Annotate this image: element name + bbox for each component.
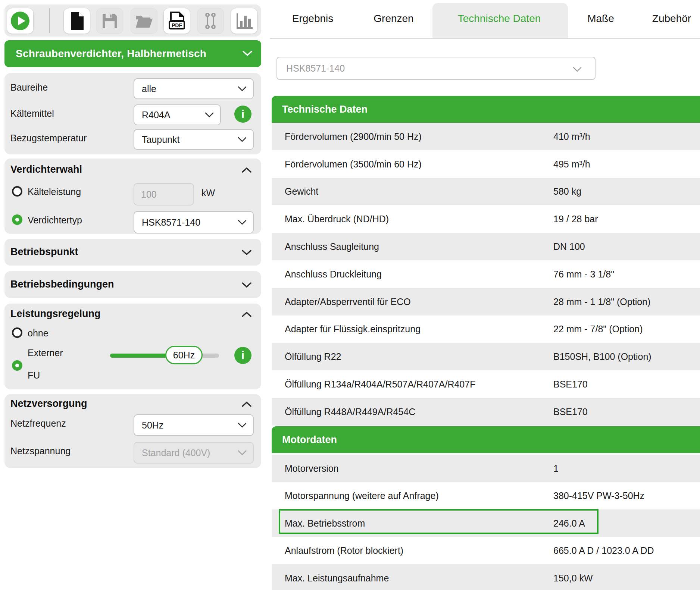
toolbar-separator [49,8,50,33]
netzfrequenz-select[interactable]: 50Hz [134,414,254,436]
table-row: Ölfüllung R134a/R404A/R507A/R407A/R407FB… [272,370,700,398]
chevron-down-icon [237,86,247,92]
kaelteleistung-radio[interactable] [12,186,22,197]
verdichtertyp-radio[interactable] [12,214,22,225]
table-row: Anlaufstrom (Rotor blockiert)665.0 A D /… [272,537,700,565]
ohne-radio[interactable] [12,327,22,338]
table-row: Motorversion1 [272,455,700,482]
highlight-box [279,509,599,534]
verdichtertyp-label: Verdichtertyp [28,215,82,226]
sidebar: PDF [4,0,261,590]
content-area: Ergebnis Grenzen Technische Daten Maße Z… [272,0,700,590]
netzspannung-label: Netzspannung [10,446,71,456]
table-row: Fördervolumen (2900/min 50 Hz)410 m³/h [272,123,700,150]
chevron-down-icon [237,422,247,428]
chevron-up-icon[interactable] [241,167,252,173]
betriebsbedingungen-panel[interactable]: Betriebsbedingungen [4,271,261,298]
chevron-down-icon [572,66,582,72]
chevron-down-icon [242,50,253,57]
netzfrequenz-label: Netzfrequenz [10,418,66,429]
betriebsbedingungen-title: Betriebsbedingungen [10,279,114,290]
filter-panel: Baureihe alle Kältemittel R404A i Bezugs… [4,73,261,154]
table-row: Max. Leistungsaufnahme150,0 kW [272,564,700,590]
play-icon [10,11,30,31]
technische-daten-table: Fördervolumen (2900/min 50 Hz)410 m³/h F… [272,123,700,426]
slider-thumb[interactable]: 60Hz [165,346,203,364]
baureihe-select[interactable]: alle [134,78,254,99]
leistungsregelung-panel: Leistungsregelung ohne Externer FU 60Hz … [4,304,261,389]
table-row: Adapter für Flüssigk.einspritzung22 mm -… [272,316,700,343]
tab-masse[interactable]: Maße [587,13,614,25]
slider-track-filled [110,354,171,358]
new-document-button[interactable] [63,8,90,34]
kaeltemittel-select[interactable]: R404A [134,104,221,125]
leistungsregelung-title: Leistungsregelung [10,308,101,320]
netzversorgung-panel: Netzversorgung Netzfrequenz 50Hz Netzspa… [4,394,261,468]
new-document-icon [69,12,84,30]
verdichterwahl-panel: Verdichterwahl Kälteleistung 100 kW Verd… [4,159,261,234]
chevron-down-icon [237,136,247,142]
table-row: Ölfüllung R22B150SH, B100 (Option) [272,343,700,370]
open-folder-icon [135,13,153,28]
calculate-button[interactable] [7,8,34,34]
table-row: Ölfüllung R448A/R449A/R454CBSE170 [272,398,700,426]
chart-button[interactable] [231,8,257,34]
pdf-export-icon: PDF [169,12,185,30]
chevron-down-icon [204,112,214,118]
chevron-down-icon[interactable] [241,249,252,256]
fu-info-icon[interactable]: i [234,347,251,364]
betriebspunkt-title: Betriebspunkt [10,246,78,258]
frequency-slider[interactable]: 60Hz [110,345,222,366]
table-row: Motorspannung (weitere auf Anfrage)380-4… [272,482,700,510]
table-row: Anschluss Druckleitung76 mm - 3 1/8" [272,260,700,288]
verdichterwahl-title: Verdichterwahl [10,164,82,175]
kaelteleistung-label: Kälteleistung [28,186,81,197]
save-icon [102,13,118,29]
compare-icon [203,12,218,29]
externer-fu-label-line1: Externer [28,348,63,358]
chevron-down-icon [237,450,247,456]
toolbar: PDF [4,4,261,37]
bar-chart-icon [235,13,253,29]
table-row: Gewicht580 kg [272,178,700,205]
betriebspunkt-panel[interactable]: Betriebspunkt [4,239,261,266]
table-row: Anschluss SaugleitungDN 100 [272,233,700,260]
pdf-export-button[interactable]: PDF [163,8,190,34]
compressor-family-dropdown[interactable]: Schraubenverdichter, Halbhermetisch [4,40,261,67]
open-button[interactable] [131,8,157,34]
chevron-up-icon[interactable] [241,401,252,408]
externer-fu-radio[interactable] [12,360,22,371]
bezugstemperatur-label: Bezugstemperatur [10,133,87,144]
tab-ergebnis[interactable]: Ergebnis [292,13,334,25]
kaeltemittel-label: Kältemittel [10,108,54,119]
kaelteleistung-unit: kW [201,188,215,198]
section-header-technische-daten: Technische Daten [272,96,700,123]
compressor-family-label: Schraubenverdichter, Halbhermetisch [16,48,206,60]
netzversorgung-title: Netzversorgung [10,398,87,409]
baureihe-label: Baureihe [10,82,48,93]
compare-button[interactable] [197,8,224,34]
tab-technische-daten[interactable]: Technische Daten [458,13,541,25]
verdichtertyp-select[interactable]: HSK8571-140 [134,211,254,233]
tab-grenzen[interactable]: Grenzen [374,13,413,25]
refrigerant-info-icon[interactable]: i [234,106,251,123]
svg-text:PDF: PDF [172,22,182,28]
slider-value: 60Hz [173,350,195,361]
chevron-up-icon[interactable] [241,311,252,318]
externer-fu-label-line2: FU [28,370,40,381]
netzspannung-select[interactable]: Standard (400V) [134,442,254,464]
app-window: PDF [0,0,700,590]
table-row: Max. Überdruck (ND/HD)19 / 28 bar [272,205,700,233]
tab-underline [270,38,700,39]
ohne-label: ohne [28,328,49,339]
section-header-motordaten: Motordaten [272,426,700,453]
table-row: Adapter/Absperrventil für ECO28 mm - 1 1… [272,288,700,316]
model-select[interactable]: HSK8571-140 [276,57,596,80]
bezugstemperatur-select[interactable]: Taupunkt [134,129,254,150]
kaelteleistung-input[interactable]: 100 [134,183,194,205]
chevron-down-icon[interactable] [241,282,252,288]
save-button[interactable] [96,8,123,34]
table-row: Fördervolumen (3500/min 60 Hz)495 m³/h [272,150,700,178]
chevron-down-icon [237,219,247,225]
tab-zubehoer[interactable]: Zubehör [652,13,691,25]
